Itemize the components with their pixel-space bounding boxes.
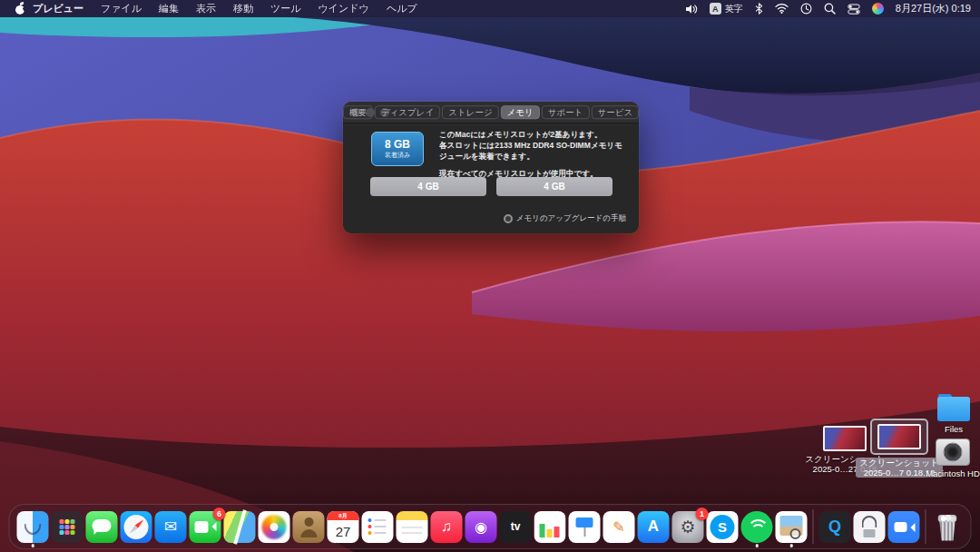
- memory-status: 装着済み: [385, 151, 410, 159]
- control-center-icon[interactable]: [848, 4, 860, 15]
- volume-name: Macintosh HD: [926, 468, 980, 478]
- menu-bar-clock[interactable]: 8月27日(水) 0:19: [896, 2, 971, 15]
- tab-3[interactable]: メモリ: [501, 105, 540, 120]
- menu-bar-status-area: A 英字 8月27日(水) 0:19: [685, 2, 971, 15]
- dock-item-zoom[interactable]: [888, 511, 920, 543]
- folder-icon: [937, 397, 970, 421]
- window-tabs: 概要ディスプレイストレージメモリサポートサービス: [343, 105, 639, 120]
- input-source-icon[interactable]: A 英字: [710, 3, 743, 15]
- desktop-volume-macintosh-hd[interactable]: Macintosh HD: [920, 439, 980, 478]
- menu-item-1[interactable]: ファイル: [101, 2, 142, 15]
- memory-upgrade-link[interactable]: メモリのアップグレードの手順: [504, 213, 626, 224]
- wifi-icon[interactable]: [775, 4, 789, 14]
- dock-item-contacts[interactable]: [293, 511, 325, 543]
- dock-item-system-preferences[interactable]: ⚙1: [672, 511, 704, 543]
- window-titlebar[interactable]: 概要ディスプレイストレージメモリサポートサービス: [343, 102, 639, 123]
- dock-item-keynote[interactable]: [569, 511, 601, 543]
- dock-item-messages[interactable]: [86, 511, 118, 543]
- menu-item-5[interactable]: ツール: [270, 2, 301, 15]
- dock-item-preview[interactable]: [776, 511, 808, 543]
- folder-name: Files: [945, 424, 963, 434]
- finder-running-indicator: [31, 544, 34, 547]
- apple-logo-icon[interactable]: [15, 3, 25, 15]
- dock-item-skype[interactable]: S: [707, 511, 739, 543]
- tab-0[interactable]: 概要: [343, 105, 373, 120]
- input-source-label: 英字: [725, 3, 743, 15]
- menu-bar: プレビューファイル編集表示移動ツールウインドウヘルプ A 英字: [0, 0, 980, 17]
- memory-pane: 8 GB 装着済み このMacにはメモリスロットが2基あります。各スロットには2…: [343, 123, 639, 232]
- dock-divider: [926, 509, 926, 544]
- input-source-badge: A: [710, 3, 721, 15]
- dock-item-spotify[interactable]: [741, 511, 773, 543]
- dock-item-podcasts[interactable]: ◉: [466, 511, 497, 543]
- skype-glyph: S: [707, 511, 739, 543]
- pages-glyph: ✎: [603, 511, 635, 543]
- tv-glyph: tv: [500, 511, 532, 543]
- tab-2[interactable]: ストレージ: [442, 105, 498, 120]
- help-circle-icon: [504, 214, 513, 223]
- preview-running-indicator: [789, 544, 793, 547]
- menu-item-3[interactable]: 表示: [196, 2, 216, 15]
- memory-description-line-1: 各スロットには2133 MHz DDR4 SO-DIMMメモリモジュールを装着で…: [439, 140, 628, 162]
- memory-description-line-0: このMacにはメモリスロットが2基あります。: [439, 129, 628, 140]
- dock-item-mail[interactable]: ✉: [155, 511, 187, 543]
- menu-item-2[interactable]: 編集: [159, 2, 179, 15]
- app-store-glyph: A: [638, 511, 670, 543]
- dock-item-trash[interactable]: [932, 511, 964, 543]
- dock-item-launchpad[interactable]: [52, 511, 83, 543]
- dock-item-safari[interactable]: [121, 511, 152, 543]
- volume-icon[interactable]: [685, 4, 698, 15]
- screenshot-thumbnail: [823, 426, 867, 451]
- dock-item-tv[interactable]: tv: [500, 511, 532, 543]
- spotlight-icon[interactable]: [824, 3, 836, 15]
- menu-item-6[interactable]: ウインドウ: [318, 2, 369, 15]
- dock-item-music[interactable]: ♫: [431, 511, 463, 543]
- app-menus: プレビューファイル編集表示移動ツールウインドウヘルプ: [33, 2, 417, 15]
- dock-item-numbers[interactable]: [534, 511, 566, 543]
- screenshot-thumbnail: [877, 424, 921, 449]
- memory-total: 8 GB: [385, 139, 410, 151]
- dock-item-maps[interactable]: [224, 511, 256, 543]
- dock-item-pages[interactable]: ✎: [603, 511, 635, 543]
- desktop-screen: プレビューファイル編集表示移動ツールウインドウヘルプ A 英字: [0, 0, 980, 552]
- memory-description: このMacにはメモリスロットが2基あります。各スロットには2133 MHz DD…: [439, 129, 628, 179]
- dock-item-app-store[interactable]: A: [638, 511, 670, 543]
- memory-slot-2: 4 GB: [496, 177, 612, 196]
- dock-item-photos[interactable]: [259, 511, 290, 543]
- dock-item-finder[interactable]: [17, 511, 49, 543]
- dock-item-quicktime[interactable]: Q: [819, 511, 851, 543]
- tab-1[interactable]: ディスプレイ: [375, 105, 440, 120]
- mail-glyph: ✉: [155, 511, 187, 543]
- hard-drive-icon: [936, 439, 970, 466]
- about-this-mac-window: 概要ディスプレイストレージメモリサポートサービス 8 GB 装着済み このMac…: [343, 102, 639, 233]
- tab-4[interactable]: サポート: [542, 105, 590, 120]
- memory-module-badge: 8 GB 装着済み: [371, 132, 424, 166]
- clock-icon[interactable]: [800, 3, 812, 15]
- podcasts-glyph: ◉: [466, 511, 497, 543]
- facetime-notification-badge: 6: [213, 508, 226, 520]
- tab-5[interactable]: サービス: [591, 105, 639, 120]
- dock: ✉68月27♫◉tv✎A⚙1SQ: [9, 504, 972, 549]
- siri-icon[interactable]: [872, 3, 884, 15]
- spotify-running-indicator: [755, 544, 759, 547]
- menu-item-4[interactable]: 移動: [233, 2, 253, 15]
- desktop-folder-files[interactable]: Files: [927, 397, 980, 434]
- launchpad-grid-icon: [60, 519, 64, 524]
- dock-item-notes[interactable]: [397, 511, 428, 543]
- memory-slot-1: 4 GB: [370, 177, 486, 196]
- calendar-day: 27: [328, 520, 359, 543]
- menu-item-0[interactable]: プレビュー: [33, 2, 83, 15]
- dock-item-calendar[interactable]: 8月27: [328, 511, 359, 543]
- music-glyph: ♫: [431, 511, 463, 543]
- calendar-month: 8月: [328, 511, 359, 520]
- bluetooth-icon[interactable]: [755, 3, 763, 15]
- system-preferences-notification-badge: 1: [696, 508, 709, 520]
- quicktime-glyph: Q: [819, 511, 851, 543]
- dock-item-archive-utility[interactable]: [854, 511, 886, 543]
- menu-item-7[interactable]: ヘルプ: [387, 2, 417, 15]
- upgrade-link-label: メモリのアップグレードの手順: [516, 213, 626, 224]
- dock-divider: [813, 509, 814, 544]
- memory-slots: 4 GB4 GB: [370, 177, 612, 196]
- dock-item-reminders[interactable]: [362, 511, 394, 543]
- dock-item-facetime[interactable]: 6: [190, 511, 221, 543]
